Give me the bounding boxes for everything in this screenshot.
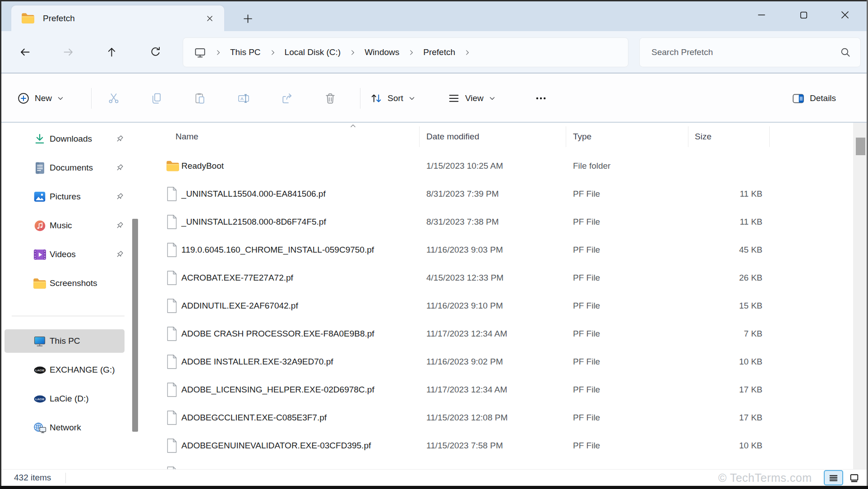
paste-button[interactable]	[187, 84, 213, 112]
breadcrumb-chevron[interactable]	[211, 47, 226, 58]
file-type: PF File	[573, 413, 600, 423]
column-header-date-modified[interactable]: Date modified	[426, 123, 479, 150]
sidebar-item-network[interactable]: Network	[5, 416, 125, 439]
item-count: 432 items	[14, 470, 51, 486]
tab-bar: Prefetch	[0, 0, 868, 31]
breadcrumb-item[interactable]: Prefetch	[419, 45, 460, 60]
column-divider[interactable]	[566, 126, 566, 147]
up-button[interactable]	[101, 42, 122, 62]
table-row[interactable]: _UNINSTALL15504.000-EA841506.pf8/31/2023…	[126, 180, 853, 208]
table-row[interactable]: ADOBE INSTALLER.EXE-32A9ED70.pf11/16/202…	[126, 348, 853, 376]
view-icon	[448, 92, 460, 105]
sidebar-item-music[interactable]: Music	[5, 215, 125, 236]
breadcrumb-chevron[interactable]	[345, 47, 360, 58]
column-header-size[interactable]: Size	[695, 123, 711, 150]
search-icon	[840, 46, 851, 58]
search-box[interactable]	[639, 37, 861, 67]
table-row[interactable]: ADOBEGCCLIENT.EXE-C085E3F7.pf11/15/2023 …	[126, 404, 853, 432]
more-options-button[interactable]	[528, 84, 554, 112]
rename-button[interactable]: A	[231, 84, 257, 112]
column-divider[interactable]	[419, 126, 420, 147]
file-icon	[166, 187, 178, 201]
file-size: 7 KB	[699, 329, 762, 339]
tab-prefetch[interactable]: Prefetch	[11, 5, 224, 31]
tab-close-button[interactable]	[197, 11, 212, 26]
rename-icon: A	[237, 92, 250, 105]
sidebar-item-downloads[interactable]: Downloads	[5, 128, 125, 150]
new-button-label: New	[35, 93, 52, 103]
view-button[interactable]: View	[442, 84, 501, 112]
arrow-up-icon	[106, 46, 118, 58]
table-row[interactable]: ADOBEGENUINEVALIDATOR.EXE-03CFD395.pf11/…	[126, 432, 853, 460]
videos-icon	[32, 249, 47, 260]
file-type: PF File	[573, 329, 600, 339]
table-row[interactable]: ReadyBoot1/15/2023 10:25 AMFile folder	[126, 152, 853, 180]
close-icon	[839, 9, 851, 21]
sidebar-item-documents[interactable]: Documents	[5, 157, 125, 179]
details-view-button[interactable]	[824, 470, 843, 485]
file-type: PF File	[573, 441, 600, 451]
file-name: _UNINSTALL15504.000-EA841506.pf	[181, 189, 326, 199]
pin-icon	[112, 221, 126, 231]
delete-button[interactable]	[317, 84, 343, 112]
sidebar-item-pictures[interactable]: Pictures	[5, 186, 125, 208]
column-header-type[interactable]: Type	[573, 123, 591, 150]
file-date-modified: 11/17/2023 12:34 AM	[426, 329, 507, 339]
forward-button[interactable]	[58, 42, 78, 62]
pin-icon	[112, 163, 126, 173]
file-type: File folder	[573, 161, 610, 171]
breadcrumb-item[interactable]: Local Disk (C:)	[280, 45, 346, 60]
cut-button[interactable]	[101, 84, 127, 112]
list-scrollbar[interactable]	[853, 123, 867, 469]
copy-button[interactable]	[143, 84, 170, 112]
back-button[interactable]	[14, 42, 35, 62]
refresh-button[interactable]	[145, 42, 166, 62]
table-row[interactable]: ADOBE CRASH PROCESSOR.EXE-F8A0E9B8.pf11/…	[126, 320, 853, 348]
column-header-name[interactable]: Name	[175, 123, 199, 150]
column-divider[interactable]	[769, 126, 770, 147]
plus-icon	[242, 13, 254, 25]
breadcrumb-chevron[interactable]	[404, 47, 419, 58]
minimize-icon	[756, 9, 767, 21]
breadcrumb-chevron[interactable]	[265, 47, 280, 58]
close-icon	[205, 14, 214, 23]
thumbnail-view-button[interactable]	[846, 470, 862, 485]
details-pane-button[interactable]: Details	[786, 84, 841, 112]
sidebar-item-videos[interactable]: Videos	[5, 244, 125, 265]
new-button[interactable]: New	[12, 84, 69, 112]
table-row[interactable]: ADDINUTIL.EXE-2AF67042.pf11/16/2023 9:10…	[126, 292, 853, 320]
file-size: 45 KB	[699, 245, 762, 255]
file-size: 11 KB	[699, 217, 762, 227]
breadcrumb-item[interactable]: Windows	[360, 45, 404, 60]
table-row[interactable]: _UNINSTALL21508.000-8D6F74F5.pf8/31/2023…	[126, 208, 853, 236]
close-window-button[interactable]	[832, 5, 858, 25]
table-row[interactable]: 119.0.6045.160_CHROME_INSTALL-059C9750.p…	[126, 236, 853, 264]
file-date-modified: 8/31/2023 7:39 PM	[426, 189, 499, 199]
sidebar-item-lacie-d[interactable]: LACIELaCie (D:)	[5, 387, 125, 411]
search-input[interactable]	[640, 47, 840, 57]
breadcrumb[interactable]: This PCLocal Disk (C:)WindowsPrefetch	[183, 37, 628, 67]
table-row-partial[interactable]	[126, 460, 853, 469]
share-button[interactable]	[274, 84, 300, 112]
chevron-down-icon	[489, 95, 496, 102]
sidebar-item-label: Screenshots	[50, 278, 97, 288]
breadcrumb-item[interactable]: This PC	[226, 45, 265, 60]
table-row[interactable]: ACROBAT.EXE-77E27A72.pf4/15/2023 12:33 P…	[126, 264, 853, 292]
table-row[interactable]: ADOBE_LICENSING_HELPER.EXE-02D6978C.pf11…	[126, 376, 853, 404]
svg-text:A: A	[240, 96, 244, 101]
list-scrollbar-thumb[interactable]	[856, 138, 865, 155]
column-divider[interactable]	[688, 126, 688, 147]
minimize-button[interactable]	[748, 5, 775, 25]
chevron-down-icon	[408, 95, 416, 102]
toolbar-divider	[91, 88, 92, 109]
sidebar-item-label: Downloads	[50, 134, 92, 144]
new-tab-button[interactable]	[238, 10, 257, 27]
maximize-button[interactable]	[790, 5, 817, 25]
sidebar-item-this-pc[interactable]: This PC	[5, 329, 125, 353]
lacie-blue-icon: LACIE	[32, 395, 47, 403]
sort-button[interactable]: Sort	[365, 84, 421, 112]
file-type: PF File	[573, 217, 600, 227]
sidebar-item-exchange-g[interactable]: LACIEEXCHANGE (G:)	[5, 358, 125, 382]
breadcrumb-chevron[interactable]	[460, 47, 475, 58]
sidebar-item-screenshots[interactable]: Screenshots	[5, 272, 125, 294]
